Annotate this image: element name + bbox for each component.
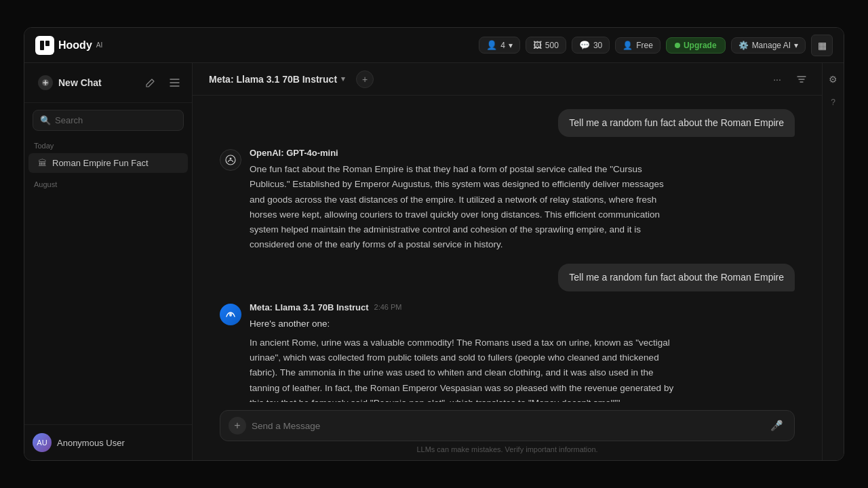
chat-item-name: Roman Empire Fun Fact bbox=[52, 158, 178, 168]
search-bar[interactable]: 🔍 Search bbox=[33, 110, 184, 131]
model-name: Meta: Llama 3.1 70B Instruct bbox=[209, 74, 337, 85]
more-options-button[interactable]: ··· bbox=[768, 70, 787, 89]
august-label: August bbox=[24, 174, 192, 191]
chat-item-icon: 🏛 bbox=[38, 158, 47, 168]
ai-message-2: Meta: Llama 3.1 70B Instruct 2:46 PM Her… bbox=[220, 302, 681, 402]
user-text-1: Tell me a random fun fact about the Roma… bbox=[569, 117, 784, 128]
today-label: Today bbox=[24, 138, 192, 152]
ai-model-name-1: OpenAI: GPT-4o-mini bbox=[250, 148, 338, 158]
svg-rect-0 bbox=[40, 41, 44, 50]
upgrade-button[interactable]: Upgrade bbox=[666, 37, 726, 54]
svg-rect-1 bbox=[45, 41, 50, 46]
ai-content-1: OpenAI: GPT-4o-mini One fun fact about t… bbox=[250, 148, 681, 253]
chat-header-actions: ··· bbox=[768, 70, 811, 89]
ai-text-1: One fun fact about the Roman Empire is t… bbox=[250, 162, 681, 253]
manage-ai-chevron: ▾ bbox=[794, 41, 798, 50]
attach-button[interactable]: + bbox=[229, 417, 246, 434]
new-chat-button[interactable]: New Chat bbox=[33, 71, 135, 94]
logo-icon bbox=[35, 36, 54, 55]
user-text-2: Tell me a random fun fact about the Roma… bbox=[569, 272, 784, 283]
input-area: + 🎤 LLMs can make mistakes. Verify impor… bbox=[193, 402, 822, 460]
grid-icon-button[interactable]: ▦ bbox=[811, 35, 833, 56]
ai-timestamp-2: 2:46 PM bbox=[374, 303, 402, 311]
user-name: Anonymous User bbox=[57, 438, 125, 448]
ai-suffix: AI bbox=[96, 41, 102, 49]
ai-name-1: OpenAI: GPT-4o-mini bbox=[250, 148, 681, 158]
chat-item-roman-empire[interactable]: 🏛 Roman Empire Fun Fact ··· bbox=[28, 153, 188, 173]
free-label: Free bbox=[636, 41, 653, 50]
nav-badges: 👤 4 ▾ 🖼 500 💬 30 👤 Free Upgrade ⚙️ bbox=[479, 35, 833, 56]
logo-area: HoodyAI bbox=[35, 36, 102, 55]
model-selector[interactable]: Meta: Llama 3.1 70B Instruct ▾ bbox=[203, 71, 351, 87]
ai-message-1: OpenAI: GPT-4o-mini One fun fact about t… bbox=[220, 148, 681, 253]
user-bubble-1: Tell me a random fun fact about the Roma… bbox=[558, 109, 795, 137]
settings-panel-button[interactable]: ⚙ bbox=[825, 71, 842, 87]
user-message-2: Tell me a random fun fact about the Roma… bbox=[220, 264, 795, 291]
messages-wrapper: Tell me a random fun fact about the Roma… bbox=[193, 96, 822, 402]
ai-model-name-2: Meta: Llama 3.1 70B Instruct bbox=[250, 302, 369, 312]
svg-point-5 bbox=[229, 312, 232, 317]
edit-icon-button[interactable] bbox=[140, 73, 159, 92]
menu-icon-button[interactable] bbox=[165, 73, 184, 92]
main-chat: Meta: Llama 3.1 70B Instruct ▾ + ··· bbox=[193, 63, 822, 460]
user-avatar: AU bbox=[33, 433, 52, 452]
settings-icon-button[interactable] bbox=[792, 70, 811, 89]
images-icon: 🖼 bbox=[533, 40, 542, 50]
images-badge[interactable]: 🖼 500 bbox=[526, 37, 566, 54]
openai-avatar bbox=[220, 149, 241, 171]
chats-count: 30 bbox=[593, 41, 602, 50]
add-model-button[interactable]: + bbox=[356, 70, 374, 88]
right-panel: ⚙ ? bbox=[822, 63, 844, 460]
body-area: New Chat 🔍 Search Today bbox=[24, 63, 844, 460]
sidebar: New Chat 🔍 Search Today bbox=[24, 63, 193, 460]
question-mark-icon[interactable]: ? bbox=[825, 94, 842, 110]
search-icon: 🔍 bbox=[40, 115, 51, 125]
meta-avatar bbox=[220, 304, 241, 325]
svg-point-4 bbox=[230, 158, 232, 160]
chats-badge[interactable]: 💬 30 bbox=[572, 37, 610, 54]
ai-intro-2: Here's another one: bbox=[250, 317, 681, 331]
user-message-1: Tell me a random fun fact about the Roma… bbox=[220, 109, 795, 137]
input-box: + 🎤 bbox=[220, 410, 795, 441]
manage-ai-label: Manage AI bbox=[752, 41, 791, 50]
grid-icon: ▦ bbox=[818, 40, 827, 51]
agents-count: 4 bbox=[500, 41, 505, 50]
gear-icon: ⚙️ bbox=[738, 41, 749, 50]
search-label: Search bbox=[55, 115, 83, 125]
agents-chevron: ▾ bbox=[509, 41, 513, 50]
sidebar-footer: AU Anonymous User bbox=[24, 424, 192, 460]
top-nav: HoodyAI 👤 4 ▾ 🖼 500 💬 30 👤 Free Up bbox=[24, 28, 844, 63]
upgrade-dot bbox=[675, 43, 680, 48]
microphone-button[interactable]: 🎤 bbox=[767, 416, 786, 435]
free-icon: 👤 bbox=[623, 41, 633, 50]
app-name: Hoody bbox=[58, 39, 92, 52]
new-chat-label: New Chat bbox=[58, 77, 102, 88]
new-chat-icon bbox=[38, 75, 53, 90]
upgrade-label: Upgrade bbox=[684, 41, 717, 50]
free-badge: 👤 Free bbox=[615, 37, 660, 54]
agents-icon: 👤 bbox=[486, 40, 497, 50]
images-count: 500 bbox=[545, 41, 559, 50]
message-input[interactable] bbox=[252, 421, 762, 431]
user-bubble-2: Tell me a random fun fact about the Roma… bbox=[558, 264, 795, 291]
chat-header: Meta: Llama 3.1 70B Instruct ▾ + ··· bbox=[193, 63, 822, 96]
disclaimer: LLMs can make mistakes. Verify important… bbox=[220, 441, 795, 455]
manage-ai-button[interactable]: ⚙️ Manage AI ▾ bbox=[731, 37, 806, 54]
chats-icon: 💬 bbox=[579, 40, 590, 50]
model-chevron-icon: ▾ bbox=[341, 75, 345, 83]
ai-text-2: In ancient Rome, urine was a valuable co… bbox=[250, 336, 681, 402]
ai-content-2: Meta: Llama 3.1 70B Instruct 2:46 PM Her… bbox=[250, 302, 681, 402]
sidebar-top: New Chat bbox=[24, 63, 192, 103]
agents-badge[interactable]: 👤 4 ▾ bbox=[479, 37, 520, 54]
ai-name-2: Meta: Llama 3.1 70B Instruct 2:46 PM bbox=[250, 302, 681, 312]
messages-area: Tell me a random fun fact about the Roma… bbox=[193, 96, 822, 402]
